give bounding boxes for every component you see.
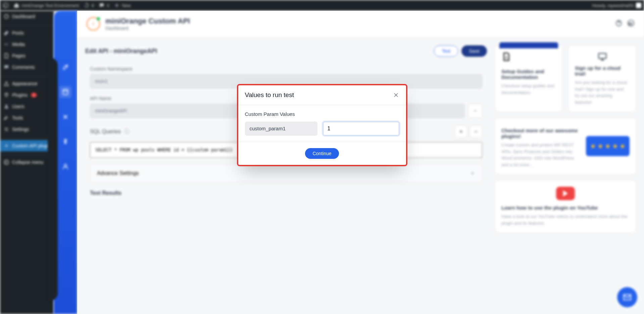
test-values-modal: Values to run test Custom Param Values c… — [237, 84, 407, 166]
modal-overlay: Values to run test Custom Param Values c… — [0, 0, 644, 314]
param-value-input[interactable] — [323, 122, 399, 136]
modal-title: Values to run test — [245, 91, 294, 99]
continue-button[interactable]: Continue — [305, 148, 339, 159]
param-name-display: custom_param1 — [245, 122, 317, 136]
close-button[interactable] — [393, 92, 399, 98]
close-icon — [393, 92, 399, 98]
modal-subtitle: Custom Param Values — [245, 111, 399, 117]
